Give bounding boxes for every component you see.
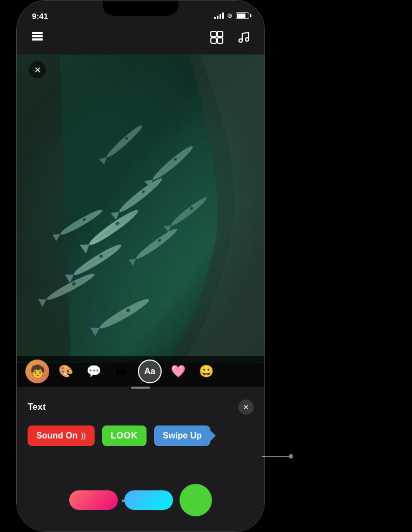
editor-tools-row: 🧒 🎨 💬 🏔 Aa 🩷 😀 [17,356,264,387]
stacks-button[interactable] [28,28,47,47]
svg-rect-4 [217,31,223,37]
sound-waves-icon: )) [81,431,85,440]
main-image [17,55,264,363]
colors-button[interactable]: 🎨 [54,360,77,383]
emoji-icon: 😀 [199,364,214,378]
signal-icon [214,12,224,19]
text-icon: Aa [144,367,155,376]
colors-icon: 🎨 [58,364,73,378]
panel-close-icon: ✕ [243,403,249,411]
text-panel: Text ✕ Sound On )) LOOK Swipe Up [17,390,264,531]
shapes-button[interactable]: 🏔 [110,360,134,383]
look-label: LOOK [111,431,138,440]
top-toolbar [17,28,264,47]
svg-point-7 [239,39,242,42]
svg-rect-1 [32,35,43,37]
color-strip-blue[interactable] [124,490,173,510]
connector-right [262,454,293,458]
emoji-button[interactable]: 😀 [194,360,218,383]
svg-rect-5 [211,38,216,43]
svg-rect-2 [32,38,43,41]
fish-scene [17,55,264,363]
shapes-icon: 🏔 [116,364,128,378]
svg-rect-36 [17,55,264,362]
sound-on-label: Sound On [36,431,77,441]
text-button[interactable]: Aa [138,360,162,383]
close-icon: ✕ [34,65,41,75]
svg-rect-0 [32,32,43,34]
swipe-up-sticker[interactable]: Swipe Up [154,425,210,446]
sticker-row: Sound On )) LOOK Swipe Up [17,420,264,454]
panel-header: Text ✕ [17,390,264,420]
notch [103,1,178,16]
close-image-button[interactable]: ✕ [29,61,46,78]
music-button[interactable] [234,28,254,47]
avatar-button[interactable]: 🧒 [25,360,49,383]
sound-on-sticker[interactable]: Sound On )) [28,425,95,446]
message-icon: 💬 [87,364,101,378]
panel-title: Text [28,402,46,413]
message-button[interactable]: 💬 [82,360,105,383]
phone-frame: 9:41 ⊛ [16,0,265,532]
drag-handle[interactable] [131,387,150,389]
wifi-icon: ⊛ [227,12,232,19]
sticker-icon: 🩷 [171,364,185,378]
color-strip-green[interactable] [180,484,212,516]
battery-icon [236,12,249,19]
status-icons: ⊛ [214,12,249,19]
toolbar-right [207,28,254,47]
svg-rect-6 [217,38,223,43]
avatar-icon: 🧒 [30,364,45,378]
sticker-button[interactable]: 🩷 [166,360,190,383]
look-sticker[interactable]: LOOK [102,425,147,446]
svg-point-8 [245,38,249,41]
grid-view-button[interactable] [207,28,227,47]
color-strip-red[interactable] [69,490,118,510]
connector-line [262,456,289,457]
panel-close-button[interactable]: ✕ [238,400,254,415]
swipe-up-label: Swipe Up [163,431,202,441]
svg-rect-3 [211,31,216,37]
color-strip-row [17,480,264,521]
connector-dot [289,454,293,458]
status-time: 9:41 [32,11,48,21]
